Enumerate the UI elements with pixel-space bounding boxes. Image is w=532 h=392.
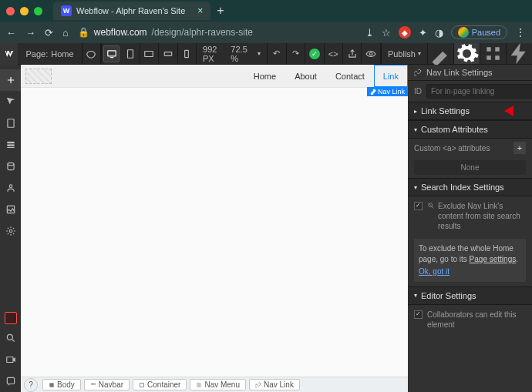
- extension-icon-1[interactable]: ◆: [399, 26, 411, 39]
- maximize-window-button[interactable]: [34, 7, 42, 15]
- profile-paused-badge[interactable]: Paused: [451, 25, 507, 39]
- navbar-element[interactable]: Home About Contact Link: [21, 65, 408, 88]
- pages-button[interactable]: [0, 112, 21, 134]
- preview-eye-button[interactable]: [362, 43, 380, 65]
- search-off-icon: [427, 202, 435, 209]
- preview-toggle[interactable]: [82, 43, 101, 65]
- breadcrumb-bar: ? Body Navbar Container Nav Menu Nav Lin…: [21, 377, 408, 392]
- editor-settings-header[interactable]: ▾ Editor Settings: [408, 286, 532, 305]
- collaborators-checkbox[interactable]: ✓: [414, 310, 423, 319]
- publish-button[interactable]: Publish ▾: [381, 43, 427, 64]
- browser-menu-button[interactable]: ⋮: [515, 26, 526, 39]
- id-input[interactable]: [426, 84, 532, 99]
- style-panel-tab[interactable]: [427, 43, 453, 64]
- url-path: /design/alphr-ravens-site: [152, 27, 253, 38]
- crumb-body[interactable]: Body: [42, 379, 81, 390]
- video-tutorials-button[interactable]: [0, 349, 21, 370]
- exclude-label: Exclude Nav Link's content from site sea…: [438, 201, 526, 231]
- extension-icon-2[interactable]: ◑: [435, 27, 443, 39]
- page-selector[interactable]: Page: Home: [18, 43, 82, 64]
- crumb-navbar[interactable]: Navbar: [84, 379, 130, 390]
- nav-forward-button[interactable]: →: [25, 27, 35, 39]
- svg-rect-4: [164, 52, 171, 55]
- canvas-width: 992 PX: [203, 45, 226, 63]
- settings-panel-tab[interactable]: [453, 43, 480, 64]
- breakpoint-tablet-landscape[interactable]: [140, 43, 159, 65]
- add-element-button[interactable]: [0, 69, 21, 91]
- svg-rect-5: [185, 50, 189, 57]
- svg-rect-16: [6, 357, 12, 363]
- svg-rect-9: [7, 144, 14, 146]
- ok-got-it-link[interactable]: Ok, got it: [419, 266, 521, 277]
- svg-rect-10: [7, 147, 14, 148]
- app-toolbar: Page: Home 992 PX 72.5 % ▾ ↶ ↷ ✓ <> Publ…: [0, 43, 532, 65]
- custom-attributes-header[interactable]: ▾ Custom Attributes: [408, 120, 532, 139]
- exclude-checkbox[interactable]: ✓: [414, 202, 423, 210]
- new-tab-button[interactable]: +: [217, 4, 224, 18]
- canvas-zoom[interactable]: 992 PX 72.5 % ▾: [197, 43, 268, 64]
- brand-placeholder[interactable]: [25, 69, 52, 84]
- nav-back-button[interactable]: ←: [6, 27, 16, 39]
- selection-label[interactable]: Nav Link: [367, 87, 408, 96]
- traffic-lights: [6, 7, 42, 15]
- selection-label-text: Nav Link: [378, 88, 405, 95]
- close-tab-button[interactable]: ×: [197, 5, 203, 16]
- url-display[interactable]: 🔒 webflow.com/design/alphr-ravens-site: [78, 27, 253, 38]
- share-button[interactable]: [343, 43, 362, 65]
- ecommerce-button[interactable]: [0, 156, 21, 177]
- breakpoint-mobile[interactable]: [178, 43, 197, 65]
- nav-link-contact[interactable]: Contact: [326, 65, 374, 87]
- design-canvas[interactable]: Home About Contact Link Nav Link: [21, 65, 408, 377]
- redo-button[interactable]: ↷: [287, 43, 305, 65]
- extensions-icon[interactable]: ✦: [419, 27, 427, 39]
- breakpoint-mobile-landscape[interactable]: [159, 43, 177, 65]
- link-icon: [370, 89, 376, 95]
- style-manager-tab[interactable]: [480, 43, 506, 64]
- collapse-icon: ▾: [414, 292, 417, 299]
- nav-link-about[interactable]: About: [285, 65, 326, 87]
- reload-button[interactable]: ⟳: [45, 27, 53, 39]
- breakpoint-desktop[interactable]: [103, 45, 120, 62]
- close-window-button[interactable]: [6, 7, 15, 15]
- interactions-tab[interactable]: [506, 43, 532, 64]
- undo-button[interactable]: ↶: [268, 43, 286, 65]
- svg-rect-17: [7, 377, 14, 384]
- help-button[interactable]: [0, 370, 21, 392]
- chevron-down-icon: ▾: [418, 50, 421, 57]
- panel-title: Nav Link Settings: [426, 68, 493, 77]
- browser-tab[interactable]: W Webflow - Alphr Raven's Site ×: [53, 2, 210, 20]
- home-button[interactable]: ⌂: [62, 27, 69, 39]
- link-icon: [414, 69, 422, 76]
- nav-link-home[interactable]: Home: [244, 65, 285, 87]
- left-rail: [0, 65, 21, 392]
- page-settings-link[interactable]: Page settings: [470, 255, 517, 263]
- crumb-container[interactable]: Container: [133, 379, 187, 390]
- navigator-button[interactable]: [0, 91, 21, 112]
- svg-point-11: [7, 162, 13, 166]
- users-button[interactable]: [0, 177, 21, 199]
- search-button[interactable]: [0, 327, 21, 349]
- crumb-nav-menu[interactable]: Nav Menu: [190, 379, 246, 390]
- nav-link-link[interactable]: Link: [374, 65, 408, 87]
- minimize-window-button[interactable]: [20, 7, 29, 15]
- help-icon[interactable]: ?: [24, 378, 38, 392]
- add-attribute-button[interactable]: +: [513, 142, 526, 154]
- cms-button[interactable]: [0, 134, 21, 156]
- link-settings-header[interactable]: ▸ Link Settings: [408, 102, 532, 120]
- assets-button[interactable]: [0, 199, 21, 220]
- search-index-header[interactable]: ▾ Search Index Settings: [408, 178, 532, 196]
- code-export-button[interactable]: <>: [325, 43, 343, 65]
- crumb-nav-link[interactable]: Nav Link: [249, 379, 300, 390]
- status-check[interactable]: ✓: [305, 43, 324, 65]
- settings-button[interactable]: [0, 220, 21, 242]
- exclude-search-row[interactable]: ✓ Exclude Nav Link's content from site s…: [408, 196, 532, 236]
- install-app-icon[interactable]: ⤓: [365, 27, 374, 39]
- webflow-logo[interactable]: [0, 43, 18, 65]
- tab-title: Webflow - Alphr Raven's Site: [76, 6, 185, 15]
- audit-button[interactable]: [5, 312, 17, 324]
- url-host: webflow.com: [94, 27, 147, 38]
- collaborators-row[interactable]: ✓ Collaborators can edit this element: [408, 305, 532, 334]
- bookmark-icon[interactable]: ☆: [382, 27, 391, 39]
- nav-menu[interactable]: Home About Contact Link: [244, 65, 408, 87]
- breakpoint-tablet[interactable]: [121, 43, 140, 65]
